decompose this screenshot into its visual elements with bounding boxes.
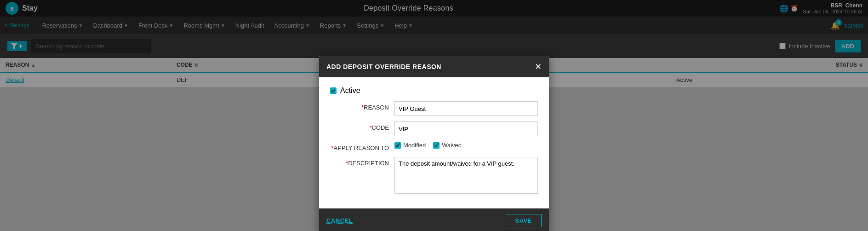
cancel-button[interactable]: CANCEL <box>326 217 353 224</box>
modified-checkbox[interactable] <box>394 142 401 149</box>
modal-footer: CANCEL SAVE <box>319 208 549 231</box>
waived-label: Waived <box>442 142 462 149</box>
modal-body: Active *REASON *CODE <box>319 77 549 208</box>
code-row: *CODE <box>330 121 538 136</box>
apply-reason-label: *APPLY REASON TO <box>330 142 394 151</box>
description-textarea[interactable]: The deposit amount/waived for a VIP gues… <box>394 157 538 194</box>
active-checkbox[interactable] <box>330 87 337 94</box>
reason-row: *REASON <box>330 101 538 116</box>
modal-header: ADD DEPOSIT OVERRIDE REASON ✕ <box>319 56 549 77</box>
modal-overlay: ADD DEPOSIT OVERRIDE REASON ✕ Active *RE… <box>0 0 868 231</box>
waived-checkbox[interactable] <box>433 142 440 149</box>
modal-dialog: ADD DEPOSIT OVERRIDE REASON ✕ Active *RE… <box>319 56 549 231</box>
waived-checkbox-label: Waived <box>433 142 462 149</box>
description-row: *DESCRIPTION The deposit amount/waived f… <box>330 157 538 194</box>
modified-checkbox-label: Modified <box>394 142 426 149</box>
description-label: *DESCRIPTION <box>330 157 394 167</box>
save-button[interactable]: SAVE <box>506 214 542 227</box>
modal-close-button[interactable]: ✕ <box>535 62 542 72</box>
apply-reason-text: APPLY REASON TO <box>334 144 389 151</box>
modal-title: ADD DEPOSIT OVERRIDE REASON <box>326 63 441 70</box>
apply-reason-group: Modified Waived <box>394 142 462 149</box>
table-area: REASON ▲ CODE ⇅ APPLY REASON TO STATUS <box>0 58 868 231</box>
reason-input[interactable] <box>394 101 538 116</box>
apply-reason-row: *APPLY REASON TO Modified Waived <box>330 142 538 151</box>
reason-label: *REASON <box>330 101 394 111</box>
active-row: Active <box>330 87 538 95</box>
code-input[interactable] <box>394 121 538 136</box>
active-label: Active <box>340 87 360 95</box>
code-label: *CODE <box>330 121 394 131</box>
modified-label: Modified <box>403 142 426 149</box>
